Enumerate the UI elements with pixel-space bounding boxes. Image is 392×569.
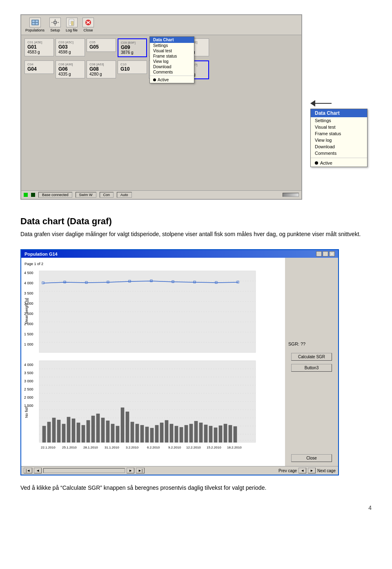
menu-item-frame-outer[interactable]: Frame status: [311, 130, 367, 137]
menu-item-viewlog-inner[interactable]: View log: [150, 59, 194, 64]
svg-rect-91: [175, 426, 178, 442]
scrollbar[interactable]: [283, 193, 299, 197]
chart-left-area: Page 1 of 2 Mean weight [g]: [21, 258, 285, 466]
status-auto: Auto: [117, 192, 132, 198]
chart-titlebar-buttons: _ □ ×: [316, 251, 335, 257]
bottom-text: Ved å klikke på “Calculate SGR” knappen …: [8, 475, 384, 500]
svg-rect-92: [180, 427, 183, 442]
chart-window-wrapper: Population G14 _ □ × Page 1 of 2 Mean we…: [8, 249, 384, 475]
menu-item-frame-inner[interactable]: Frame status: [150, 54, 194, 59]
nav-last-btn[interactable]: ►|: [136, 468, 145, 473]
svg-rect-89: [165, 420, 168, 442]
svg-rect-64: [42, 426, 46, 442]
nav-first-btn[interactable]: |◄: [24, 468, 32, 473]
svg-rect-94: [189, 424, 193, 442]
svg-rect-90: [170, 424, 173, 442]
populations-toolbar-btn[interactable]: Populations: [24, 17, 46, 33]
cage-G05[interactable]: C05 G05: [87, 38, 116, 52]
menu-item-visual-outer[interactable]: Visual test: [311, 124, 367, 130]
close-toolbar-btn[interactable]: Close: [81, 17, 96, 33]
chart-svg: Mean weight [g] 4 500 4 000: [23, 267, 260, 463]
svg-text:3 000: 3 000: [24, 301, 33, 306]
window-content: C01 [A5E] G01 4583 g C03 [A5C] G03 4598 …: [21, 35, 301, 190]
cage-G03[interactable]: C03 [A5C] G03 4598 g: [56, 38, 85, 56]
cage-G04[interactable]: C04 G04: [24, 60, 54, 74]
setup-label: Setup: [50, 28, 60, 32]
svg-text:1 000: 1 000: [24, 342, 33, 346]
svg-rect-77: [106, 421, 109, 442]
populations-label: Populations: [25, 28, 45, 32]
menu-item-viewlog-outer[interactable]: View log: [311, 137, 367, 143]
svg-rect-73: [87, 420, 90, 442]
chart-body: Page 1 of 2 Mean weight [g]: [21, 258, 338, 466]
next-cage-btn[interactable]: ►: [308, 468, 316, 473]
svg-rect-100: [219, 426, 222, 442]
menu-item-download-inner[interactable]: Download: [150, 64, 194, 69]
main-application-window: Populations Setup: [20, 14, 302, 200]
chart-scrollbar[interactable]: [43, 468, 125, 473]
svg-text:28.1.2010: 28.1.2010: [83, 446, 98, 449]
menu-item-settings-outer[interactable]: Settings: [311, 117, 367, 124]
svg-text:1 500: 1 500: [24, 404, 33, 408]
nav-prev-btn[interactable]: ◄: [34, 468, 42, 473]
chart-titlebar: Population G14 _ □ ×: [21, 250, 338, 258]
svg-rect-76: [101, 418, 105, 442]
svg-text:3.2.2010: 3.2.2010: [126, 446, 139, 449]
close-chart-button[interactable]: Close: [291, 454, 332, 462]
close-window-btn[interactable]: ×: [329, 251, 335, 257]
svg-rect-79: [116, 426, 119, 442]
chart-bottom-nav: |◄ ◄ ► ►| Prev cage ◄ ► Next cage: [21, 466, 338, 475]
dark-indicator: [31, 193, 35, 197]
setup-icon: [49, 18, 61, 27]
green-indicator: [24, 193, 28, 197]
context-menu-outer-header: Data Chart: [311, 109, 367, 117]
cage-G01[interactable]: C01 [A5E] G01 4583 g: [24, 38, 54, 56]
svg-rect-96: [199, 423, 203, 442]
setup-toolbar-btn[interactable]: Setup: [48, 17, 62, 33]
logfile-toolbar-btn[interactable]: Log file: [64, 17, 79, 33]
svg-text:15.2.2010: 15.2.2010: [207, 446, 221, 449]
maximize-btn[interactable]: □: [323, 251, 328, 257]
close-label: Close: [84, 28, 93, 32]
svg-rect-102: [229, 425, 232, 442]
menu-item-comments-outer[interactable]: Comments: [311, 150, 367, 156]
menu-active-inner: Active: [150, 77, 194, 83]
main-description: Data grafen viser daglige målinger for v…: [20, 230, 372, 239]
cage-G08[interactable]: C08 [A63] G08 4280 g: [87, 60, 116, 78]
svg-text:31.1.2010: 31.1.2010: [105, 446, 119, 449]
svg-rect-103: [234, 426, 237, 442]
nav-next-btn[interactable]: ►: [127, 468, 134, 473]
prev-cage-btn[interactable]: ◄: [298, 468, 306, 473]
cage-G09[interactable]: C09 [B9F] G09 3876 g: [118, 38, 147, 57]
chart-right-panel: SGR: ?? Calculate SGR Button3 Close: [285, 258, 338, 466]
active-dot-outer: [315, 161, 318, 165]
svg-text:1 500: 1 500: [24, 332, 33, 336]
button3[interactable]: Button3: [291, 364, 332, 372]
arrow-left-icon: [310, 100, 315, 107]
svg-text:2 500: 2 500: [24, 387, 33, 391]
svg-rect-1: [32, 20, 35, 22]
svg-rect-95: [194, 421, 198, 442]
svg-rect-71: [77, 423, 80, 442]
active-dot-inner: [153, 78, 156, 81]
minimize-btn[interactable]: _: [316, 251, 322, 257]
calculate-sgr-button[interactable]: Calculate SGR: [291, 353, 332, 361]
cage-G10[interactable]: C10 G10: [118, 60, 147, 74]
svg-rect-70: [72, 419, 75, 442]
svg-rect-80: [121, 408, 124, 442]
menu-item-download-outer[interactable]: Download: [311, 143, 367, 150]
cage-G06[interactable]: C06 [A90] G06 4335 g: [56, 60, 85, 78]
page-title: Data chart (Data graf): [20, 216, 372, 227]
menu-item-settings-inner[interactable]: Settings: [150, 43, 194, 48]
menu-item-visual-inner[interactable]: Visual test: [150, 48, 194, 54]
svg-rect-75: [96, 414, 100, 442]
bottom-paragraph: Ved å klikke på “Calculate SGR” knappen …: [20, 484, 372, 492]
cage-row-1: C01 [A5E] G01 4583 g C03 [A5C] G03 4598 …: [24, 38, 298, 57]
page-number: 4: [8, 500, 384, 515]
svg-rect-66: [52, 418, 56, 442]
menu-item-comments-inner[interactable]: Comments: [150, 69, 194, 75]
svg-text:2 000: 2 000: [24, 322, 33, 326]
next-cage-label: Next cage: [317, 469, 336, 473]
svg-rect-3: [32, 23, 35, 25]
menu-active-outer: Active: [311, 159, 367, 167]
